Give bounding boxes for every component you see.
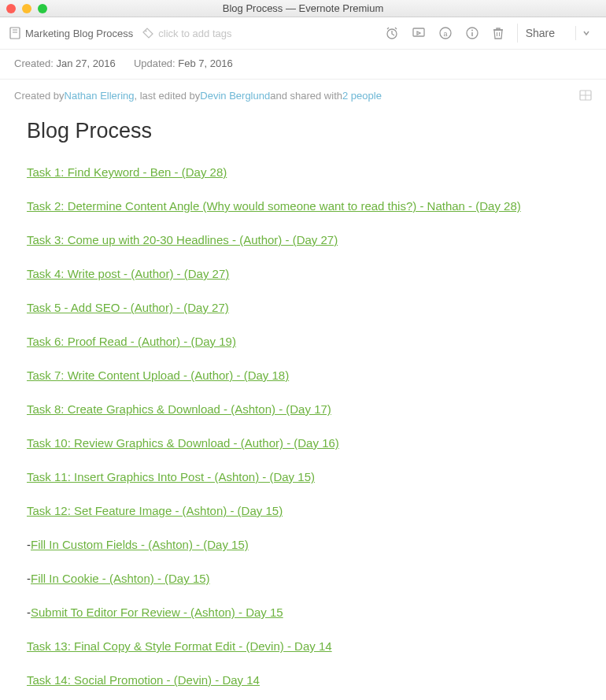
task-link[interactable]: Task 1: Find Keyword - Ben - (Day 28) <box>27 165 227 179</box>
close-window-button[interactable] <box>6 4 16 13</box>
svg-point-3 <box>146 31 147 32</box>
tag-icon <box>142 28 153 39</box>
task-line: Task 14: Social Promotion - (Devin) - Da… <box>27 673 579 687</box>
task-line: -Fill In Custom Fields - (Ashton) - (Day… <box>27 538 579 551</box>
task-line: Task 10: Review Graphics & Download - (A… <box>27 436 579 450</box>
task-line: Task 5 - Add SEO - (Author) - (Day 27) <box>27 301 579 314</box>
task-line: Task 1: Find Keyword - Ben - (Day 28) <box>27 165 579 179</box>
creator-link[interactable]: Nathan Ellering <box>65 90 135 102</box>
task-link[interactable]: Task 3: Come up with 20-30 Headlines - (… <box>27 233 338 246</box>
note-title[interactable]: Blog Process <box>27 119 579 143</box>
share-button[interactable]: Share <box>517 24 563 43</box>
task-line: Task 11: Insert Graphics Into Post - (As… <box>27 470 579 483</box>
task-link[interactable]: Task 5 - Add SEO - (Author) - (Day 27) <box>27 301 229 314</box>
window-title: Blog Process — Evernote Premium <box>0 2 606 14</box>
task-link[interactable]: Submit To Editor For Review - (Ashton) -… <box>31 606 283 619</box>
created-value: Jan 27, 2016 <box>57 57 116 69</box>
task-link[interactable]: Task 4: Write post - (Author) - (Day 27) <box>27 267 229 280</box>
annotate-icon[interactable]: a <box>438 26 453 40</box>
note-toolbar: Marketing Blog Process click to add tags… <box>0 17 606 50</box>
task-link[interactable]: Task 8: Create Graphics & Download - (As… <box>27 402 331 416</box>
task-link[interactable]: Task 2: Determine Content Angle (Why wou… <box>27 199 521 213</box>
note-content: Blog Process Task 1: Find Keyword - Ben … <box>0 102 606 700</box>
task-line: Task 12: Set Feature Image - (Ashton) - … <box>27 504 579 517</box>
editor-link[interactable]: Devin Berglund <box>200 90 270 102</box>
svg-rect-0 <box>10 28 20 39</box>
task-line: Task 8: Create Graphics & Download - (As… <box>27 402 579 416</box>
trash-icon[interactable] <box>492 26 504 40</box>
created-by-label: Created by <box>14 90 65 102</box>
task-link[interactable]: Task 12: Set Feature Image - (Ashton) - … <box>27 504 283 517</box>
task-link[interactable]: Fill In Custom Fields - (Ashton) - (Day … <box>31 538 249 551</box>
presentation-icon[interactable] <box>412 26 426 40</box>
toolbar-actions: a Share <box>385 24 597 43</box>
shared-link[interactable]: 2 people <box>342 90 382 102</box>
task-line: Task 3: Come up with 20-30 Headlines - (… <box>27 233 579 246</box>
window-titlebar: Blog Process — Evernote Premium <box>0 0 606 17</box>
task-line: Task 4: Write post - (Author) - (Day 27) <box>27 267 579 280</box>
task-link[interactable]: Task 6: Proof Read - (Author) - (Day 19) <box>27 335 236 348</box>
task-line: Task 7: Write Content Upload - (Author) … <box>27 369 579 382</box>
created-label: Created: <box>14 57 54 69</box>
task-link[interactable]: Fill In Cookie - (Ashton) - (Day 15) <box>31 572 210 585</box>
note-metadata: Created: Jan 27, 2016 Updated: Feb 7, 20… <box>0 50 606 80</box>
reminder-icon[interactable] <box>385 26 399 40</box>
svg-point-9 <box>471 30 473 31</box>
task-link[interactable]: Task 10: Review Graphics & Download - (A… <box>27 436 339 450</box>
updated-value: Feb 7, 2016 <box>178 57 232 69</box>
traffic-lights <box>6 4 47 13</box>
shared-label: and shared with <box>270 90 342 102</box>
task-link[interactable]: Task 14: Social Promotion - (Devin) - Da… <box>27 673 260 687</box>
task-line: -Submit To Editor For Review - (Ashton) … <box>27 606 579 619</box>
updated-label: Updated: <box>134 57 176 69</box>
add-tags-input[interactable]: click to add tags <box>158 28 384 39</box>
info-icon[interactable] <box>465 26 479 40</box>
task-list: Task 1: Find Keyword - Ben - (Day 28)Tas… <box>27 165 579 687</box>
last-edited-label: , last edited by <box>134 90 200 102</box>
minimize-window-button[interactable] <box>22 4 31 13</box>
task-link[interactable]: Task 13: Final Copy & Style Format Edit … <box>27 639 332 653</box>
task-line: -Fill In Cookie - (Ashton) - (Day 15) <box>27 572 579 585</box>
task-line: Task 13: Final Copy & Style Format Edit … <box>27 639 579 653</box>
notebook-icon <box>9 27 20 39</box>
svg-text:a: a <box>443 30 447 38</box>
authoring-row: Created by Nathan Ellering , last edited… <box>0 80 606 102</box>
task-link[interactable]: Task 11: Insert Graphics Into Post - (As… <box>27 470 315 483</box>
notebook-name[interactable]: Marketing Blog Process <box>25 28 133 39</box>
maximize-window-button[interactable] <box>38 4 47 13</box>
task-line: Task 6: Proof Read - (Author) - (Day 19) <box>27 335 579 348</box>
share-chevron-icon[interactable] <box>575 26 597 40</box>
task-link[interactable]: Task 7: Write Content Upload - (Author) … <box>27 369 289 382</box>
work-chat-icon[interactable] <box>579 89 592 102</box>
task-line: Task 2: Determine Content Angle (Why wou… <box>27 199 579 213</box>
